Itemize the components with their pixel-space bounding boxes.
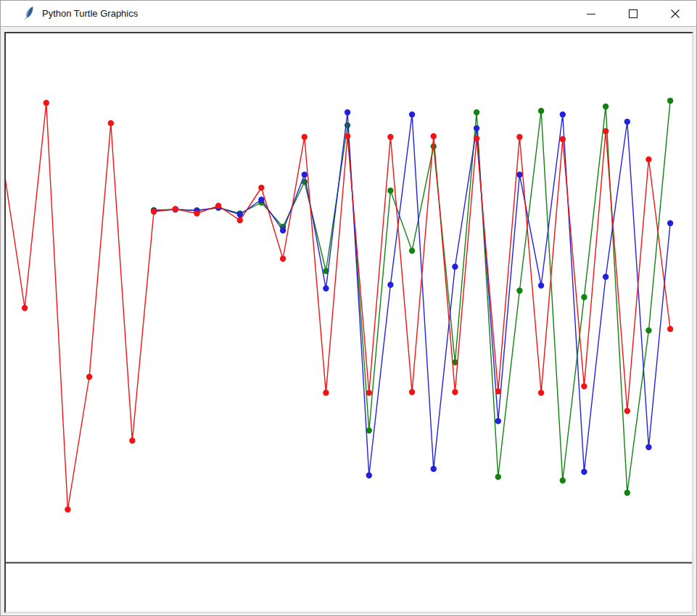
series-red-marker	[538, 390, 544, 396]
series-blue-marker	[452, 264, 458, 270]
series-red-marker	[431, 133, 437, 139]
maximize-button[interactable]	[612, 1, 654, 26]
series-green-marker	[538, 108, 544, 114]
series-blue-marker	[387, 282, 393, 288]
series-green-marker	[603, 104, 609, 109]
series-red-marker	[646, 157, 651, 162]
series-blue-marker	[667, 220, 673, 226]
series-blue-marker	[345, 109, 350, 115]
close-button[interactable]	[654, 1, 696, 26]
series-blue-marker	[302, 172, 308, 178]
titlebar[interactable]: Python Turtle Graphics	[1, 1, 696, 27]
series-blue-marker	[258, 196, 264, 202]
minimize-icon	[586, 9, 596, 19]
turtle-canvas	[4, 32, 693, 613]
series-red-marker	[581, 383, 587, 389]
tk-feather-icon	[22, 6, 35, 21]
series-green-marker	[667, 98, 673, 104]
series-blue-marker	[431, 466, 437, 472]
close-icon	[670, 9, 680, 19]
series-red-marker	[452, 389, 458, 395]
series-red-marker	[667, 326, 673, 332]
series-blue-marker	[323, 286, 329, 291]
series-red-marker	[603, 128, 609, 134]
series-red-marker	[302, 134, 308, 140]
series-red-marker	[22, 305, 28, 311]
series-blue-marker	[581, 469, 587, 475]
series-green-marker	[387, 188, 393, 193]
series-red-marker	[44, 100, 49, 106]
series-red-marker	[237, 217, 243, 223]
series-blue-line	[154, 112, 670, 475]
series-red-marker	[129, 438, 135, 444]
series-red-marker	[151, 209, 157, 215]
series-green-marker	[409, 248, 415, 254]
series-blue-marker	[603, 274, 609, 280]
maximize-icon	[628, 9, 638, 19]
series-blue-marker	[280, 228, 286, 233]
series-red-marker	[366, 390, 372, 396]
series-green-line	[154, 101, 670, 493]
turtle-graphics-window: Python Turtle Graphics	[0, 0, 697, 616]
series-red-marker	[258, 185, 264, 191]
series-red-marker	[215, 203, 221, 209]
series-blue-marker	[409, 112, 415, 117]
series-green-marker	[431, 143, 437, 149]
series-blue-marker	[624, 119, 630, 125]
series-blue-marker	[495, 418, 501, 424]
series-blue-marker	[538, 283, 544, 288]
series-green-marker	[624, 490, 630, 496]
series-red-line	[6, 103, 670, 509]
series-blue-marker	[366, 473, 372, 478]
series-red-marker	[86, 374, 92, 380]
series-blue-marker	[474, 125, 479, 131]
series-red-marker	[280, 256, 286, 262]
series-red-marker	[345, 133, 350, 139]
series-red-marker	[323, 390, 329, 396]
series-red-marker	[474, 136, 479, 141]
series-red-marker	[173, 206, 178, 212]
series-red-marker	[495, 388, 501, 394]
series-red-marker	[624, 408, 630, 414]
series-blue-marker	[646, 444, 651, 450]
series-red-marker	[108, 120, 114, 126]
series-green-marker	[581, 294, 587, 300]
series-red-marker	[560, 136, 566, 142]
series-green-marker	[495, 474, 501, 480]
series-red-marker	[387, 134, 393, 140]
series-green-marker	[560, 478, 566, 483]
series-blue-marker	[516, 172, 522, 178]
series-red-marker	[65, 507, 70, 512]
series-red-marker	[194, 210, 199, 216]
series-blue-marker	[560, 112, 566, 117]
turtle-drawing	[6, 33, 692, 612]
series-red-marker	[516, 134, 522, 140]
series-green-marker	[516, 288, 522, 294]
series-red-marker	[409, 389, 415, 395]
minimize-button[interactable]	[570, 1, 612, 26]
window-title: Python Turtle Graphics	[42, 8, 138, 19]
series-green-marker	[646, 328, 651, 333]
series-green-marker	[474, 109, 479, 115]
